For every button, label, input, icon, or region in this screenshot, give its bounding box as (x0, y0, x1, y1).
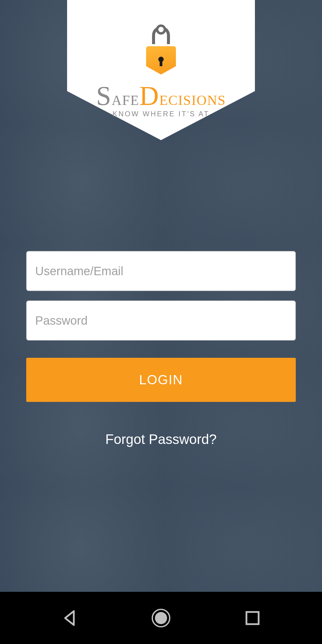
login-button[interactable]: LOGIN (26, 358, 296, 402)
brand-tagline: KNOW WHERE IT'S AT (112, 110, 209, 118)
nav-back-button[interactable] (59, 608, 80, 628)
back-icon (59, 608, 80, 628)
login-form: LOGIN Forgot Password? (26, 251, 296, 447)
password-input[interactable] (26, 301, 296, 340)
recents-icon (242, 608, 263, 628)
username-input[interactable] (26, 251, 296, 291)
logo-badge: SafeDecisions KNOW WHERE IT'S AT (67, 0, 255, 140)
svg-rect-2 (246, 612, 258, 624)
lock-icon (143, 24, 179, 75)
nav-recents-button[interactable] (242, 608, 263, 628)
svg-point-1 (155, 612, 167, 624)
android-nav-bar (0, 592, 322, 644)
brand-logo-text: SafeDecisions (96, 80, 226, 111)
home-icon (151, 608, 171, 628)
nav-home-button[interactable] (151, 608, 171, 628)
forgot-password-link[interactable]: Forgot Password? (26, 431, 296, 447)
